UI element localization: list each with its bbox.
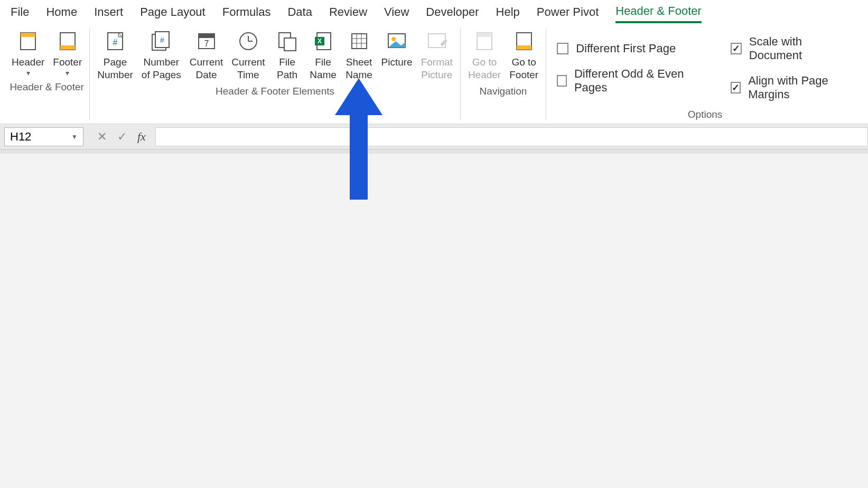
scale-with-document-checkbox[interactable]: Scale with Document bbox=[731, 35, 850, 62]
formula-bar: H12 ▼ ✕ ✓ fx bbox=[0, 124, 868, 149]
checkbox-icon bbox=[557, 43, 568, 54]
svg-rect-3 bbox=[60, 45, 75, 50]
picture-icon bbox=[385, 30, 408, 53]
chevron-down-icon: ▼ bbox=[71, 133, 78, 140]
svg-rect-10 bbox=[199, 34, 214, 38]
number-of-pages-icon: # bbox=[150, 30, 173, 53]
page-number-icon: # bbox=[104, 30, 127, 53]
svg-rect-16 bbox=[284, 38, 296, 51]
group-header-footer: Header ▾ Footer ▾ Header & Footer bbox=[4, 29, 90, 120]
clock-icon bbox=[237, 30, 260, 53]
group-elements: # Page Number # Number of Pages 7 Curren… bbox=[90, 29, 461, 120]
group-label: Options bbox=[688, 109, 722, 120]
calendar-icon: 7 bbox=[195, 30, 218, 53]
tab-page-layout[interactable]: Page Layout bbox=[140, 5, 206, 22]
tab-developer[interactable]: Developer bbox=[426, 5, 479, 22]
header-icon bbox=[16, 30, 40, 53]
group-navigation: Go to Header Go to Footer Navigation bbox=[461, 29, 546, 120]
footer-icon bbox=[56, 30, 79, 53]
tab-review[interactable]: Review bbox=[329, 5, 367, 22]
ribbon-tabs: File Home Insert Page Layout Formulas Da… bbox=[0, 0, 868, 23]
fx-icon[interactable]: fx bbox=[137, 130, 146, 144]
page-number-button[interactable]: # Page Number bbox=[95, 29, 135, 82]
svg-point-26 bbox=[391, 37, 396, 41]
tab-help[interactable]: Help bbox=[496, 5, 520, 22]
format-picture-icon bbox=[425, 30, 449, 53]
checkbox-icon bbox=[731, 43, 742, 54]
tab-insert[interactable]: Insert bbox=[94, 5, 123, 22]
goto-footer-icon bbox=[512, 30, 536, 53]
sheet-name-button[interactable]: Sheet Name bbox=[343, 29, 375, 82]
svg-rect-1 bbox=[21, 33, 35, 37]
group-options: Different First Page Different Odd & Eve… bbox=[546, 29, 864, 120]
chevron-down-icon: ▾ bbox=[66, 69, 69, 77]
name-box[interactable]: H12 ▼ bbox=[4, 127, 83, 146]
cancel-icon[interactable]: ✕ bbox=[97, 130, 107, 144]
file-name-button[interactable]: X File Name bbox=[307, 29, 339, 82]
picture-button[interactable]: Picture bbox=[379, 29, 415, 70]
file-path-button[interactable]: File Path bbox=[272, 29, 303, 82]
worksheet-area: A B C D E F 12345678910111213 Header 1 /… bbox=[0, 149, 868, 154]
go-to-header-button: Go to Header bbox=[466, 29, 503, 82]
svg-rect-29 bbox=[477, 33, 492, 37]
different-odd-even-checkbox[interactable]: Different Odd & Even Pages bbox=[557, 67, 694, 95]
footer-button[interactable]: Footer ▾ bbox=[51, 29, 84, 78]
group-label: Header & Footer bbox=[10, 81, 83, 93]
svg-rect-31 bbox=[517, 45, 531, 50]
file-path-icon bbox=[276, 30, 299, 53]
formula-input[interactable] bbox=[155, 127, 868, 146]
current-date-button[interactable]: 7 Current Date bbox=[188, 29, 225, 82]
group-label: Navigation bbox=[480, 86, 527, 97]
tab-view[interactable]: View bbox=[384, 5, 409, 22]
svg-text:#: # bbox=[160, 36, 164, 44]
go-to-footer-button[interactable]: Go to Footer bbox=[507, 29, 540, 82]
tab-formulas[interactable]: Formulas bbox=[222, 5, 271, 22]
number-of-pages-button[interactable]: # Number of Pages bbox=[139, 29, 183, 82]
sheet-icon bbox=[348, 30, 371, 53]
tab-power-pivot[interactable]: Power Pivot bbox=[537, 5, 599, 22]
svg-rect-20 bbox=[352, 34, 367, 49]
current-time-button[interactable]: Current Time bbox=[229, 29, 267, 82]
checkbox-icon bbox=[557, 75, 567, 87]
format-picture-button: Format Picture bbox=[419, 29, 455, 82]
excel-file-icon: X bbox=[312, 30, 335, 53]
header-button[interactable]: Header ▾ bbox=[10, 29, 46, 78]
svg-text:7: 7 bbox=[204, 39, 209, 48]
ribbon: Header ▾ Footer ▾ Header & Footer # Page… bbox=[0, 23, 868, 124]
svg-text:#: # bbox=[113, 38, 118, 47]
tab-data[interactable]: Data bbox=[287, 5, 312, 22]
tab-header-footer[interactable]: Header & Footer bbox=[615, 4, 702, 23]
tab-file[interactable]: File bbox=[11, 5, 29, 22]
align-page-margins-checkbox[interactable]: Align with Page Margins bbox=[731, 74, 850, 101]
enter-icon[interactable]: ✓ bbox=[117, 130, 127, 144]
tab-home[interactable]: Home bbox=[46, 5, 77, 22]
group-label: Header & Footer Elements bbox=[216, 86, 334, 97]
different-first-page-checkbox[interactable]: Different First Page bbox=[557, 42, 694, 55]
checkbox-icon bbox=[731, 82, 741, 93]
chevron-down-icon: ▾ bbox=[26, 69, 30, 77]
goto-header-icon bbox=[473, 30, 496, 53]
svg-text:X: X bbox=[318, 37, 322, 45]
